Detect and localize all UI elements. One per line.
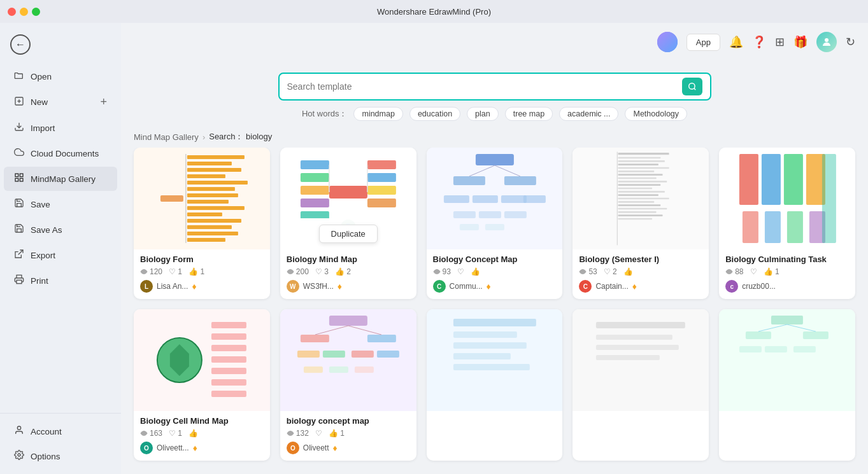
sidebar-item-print[interactable]: Print [4,268,117,293]
card-empty1[interactable] [427,309,563,461]
svg-rect-18 [187,168,241,172]
pro-badge: ♦ [632,281,637,291]
sidebar-item-import[interactable]: Import [4,116,117,140]
sidebar-item-new[interactable]: New + [4,90,117,115]
card-title-biology-culminating: Biology Culminating Task [725,254,849,264]
maximize-button[interactable] [32,8,40,16]
svg-rect-84 [618,214,663,216]
card-biology-mind-map[interactable]: 👤 Duplicate Biology Mind Map [280,148,416,299]
svg-rect-82 [618,208,667,210]
sidebar-item-options[interactable]: Options [4,444,117,468]
card-author-biology-form: L Lisa An... ♦ [140,280,264,293]
gallery-icon [14,172,24,185]
new-plus-icon: + [100,95,107,109]
card-biology-concept-map[interactable]: Biology Concept Map 93 ♡ 👍 C Commu... ♦ [427,148,563,299]
svg-rect-116 [329,366,348,373]
card-biology-semester[interactable]: Biology (Semester I) 53 ♡ 2 👍 C Captain.… [573,148,709,299]
sidebar-item-cloud-documents[interactable]: Cloud Documents [4,141,117,165]
hot-tag-education[interactable]: education [409,107,460,121]
grid-icon[interactable]: ⊞ [775,35,785,49]
hot-tag-academic[interactable]: academic ... [559,107,618,121]
svg-rect-28 [187,232,238,235]
svg-rect-108 [329,316,367,326]
svg-rect-9 [17,280,22,283]
account-label: Account [31,427,62,436]
svg-rect-21 [187,187,235,191]
card-biology-concept2[interactable]: biology concept map 132 ♡ 👍 1 O Oliveett… [280,309,416,461]
card-stats-biology-culminating: 88 ♡ 👍 1 [725,267,849,276]
breadcrumb-separator: › [203,132,205,142]
svg-rect-115 [304,366,323,373]
sidebar-item-open[interactable]: Open [4,64,117,88]
card-biology-culminating[interactable]: Biology Culminating Task 88 ♡ 👍 1 c cruz… [719,148,855,299]
svg-rect-20 [187,181,248,185]
svg-rect-123 [453,342,526,349]
card-stats-biology-semester: 53 ♡ 2 👍 [579,267,702,276]
svg-rect-111 [297,351,320,358]
card-author-biology-mind: W WS3fH... ♦ [287,280,410,293]
back-button[interactable]: ← [10,34,31,55]
sidebar-item-account[interactable]: Account [4,419,117,443]
duplicate-overlay: Duplicate [280,218,416,249]
svg-rect-125 [453,364,529,370]
search-input[interactable] [287,81,682,92]
notification-icon[interactable]: 🔔 [729,35,743,49]
author-name: Oliveett... [157,443,189,452]
svg-rect-89 [784,154,803,205]
hot-tag-mindmap[interactable]: mindmap [353,107,402,121]
svg-rect-19 [187,174,225,178]
app-button[interactable]: App [687,34,720,51]
svg-rect-126 [596,322,685,328]
avatar[interactable] [657,32,678,52]
card-title-biology-form: Biology Form [140,254,264,264]
svg-rect-110 [367,335,396,342]
minimize-button[interactable] [20,8,28,16]
card-empty2[interactable] [573,309,709,461]
author-name: Oliveett [303,443,329,452]
svg-rect-26 [187,219,241,223]
sidebar-item-save-as[interactable]: Save As [4,218,117,242]
card-stats-biology-form: 120 ♡ 1 👍 1 [140,267,264,276]
hot-tag-tree-map[interactable]: tree map [505,107,553,121]
svg-rect-74 [618,181,667,183]
pro-badge: ♦ [192,281,196,291]
sidebar-nav: Open New + Import Cloud Documents [0,61,121,413]
gallery-label: MindMap Gallery [31,174,96,184]
card-thumb-biology-culminating [719,148,855,249]
card-biology-cell[interactable]: Biology Cell Mind Map 163 ♡ 1 👍 O Olivee… [134,309,270,461]
svg-line-136 [758,324,787,331]
sidebar-item-save[interactable]: Save [4,192,117,216]
pro-badge: ♦ [332,443,337,453]
svg-rect-78 [618,194,658,196]
save-as-icon [14,223,24,236]
svg-line-14 [694,88,695,90]
refresh-icon[interactable]: ↻ [846,35,855,49]
svg-point-120 [289,433,291,435]
sidebar-item-mindmap-gallery[interactable]: MindMap Gallery [4,167,117,191]
card-empty3[interactable] [719,309,855,461]
help-icon[interactable]: ❓ [752,35,766,49]
views-stat: 120 [140,267,162,276]
hot-tag-methodology[interactable]: Methodology [625,107,687,121]
breadcrumb-current: Search： biology [209,131,272,143]
svg-rect-61 [485,224,504,230]
search-button[interactable] [682,78,702,95]
card-biology-form[interactable]: Biology Form 120 ♡ 1 👍 1 L Lisa An... ♦ [134,148,270,299]
cloud-icon [14,147,24,160]
svg-point-86 [582,271,584,273]
card-info-biology-semester: Biology (Semester I) 53 ♡ 2 👍 C Captain.… [573,249,709,299]
breadcrumb-root[interactable]: Mind Map Gallery [134,132,199,142]
svg-line-63 [494,165,520,176]
sidebar-item-export[interactable]: Export [4,243,117,267]
duplicate-button[interactable]: Duplicate [319,225,378,243]
hot-tag-plan[interactable]: plan [467,107,499,121]
svg-rect-38 [367,160,396,169]
views-stat: 88 [725,267,743,276]
open-icon [14,70,24,83]
gift-icon[interactable]: 🎁 [793,35,808,49]
svg-rect-85 [618,218,652,220]
thumb-stat: 👍 2 [335,267,351,276]
hot-words-label: Hot words： [302,108,348,120]
close-button[interactable] [8,8,16,16]
user-profile-avatar[interactable] [816,32,837,52]
